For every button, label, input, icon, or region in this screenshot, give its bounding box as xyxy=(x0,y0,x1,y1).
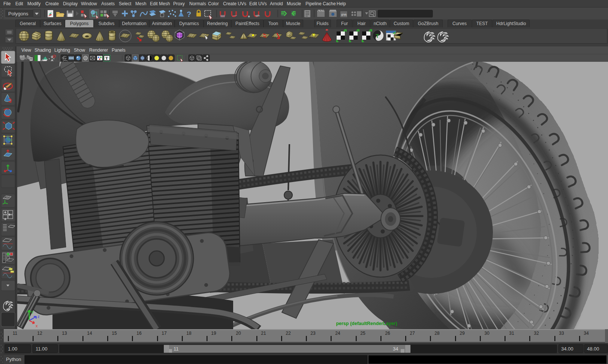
svg-text:21: 21 xyxy=(261,331,266,336)
svg-text:19: 19 xyxy=(211,331,216,336)
svg-text:48.00: 48.00 xyxy=(587,346,599,352)
svg-text:23: 23 xyxy=(310,331,316,336)
svg-text:14: 14 xyxy=(87,331,92,336)
svg-text:y: y xyxy=(31,309,34,314)
svg-text:x: x xyxy=(36,324,38,328)
svg-text:34: 34 xyxy=(584,331,589,336)
svg-text:32: 32 xyxy=(534,331,539,336)
svg-text:25: 25 xyxy=(360,331,365,336)
svg-text:24: 24 xyxy=(335,331,340,336)
svg-text:34: 34 xyxy=(393,346,398,352)
svg-text:?: ? xyxy=(187,10,191,18)
svg-text:12: 12 xyxy=(37,331,42,336)
svg-text:33: 33 xyxy=(559,331,564,336)
svg-text:16: 16 xyxy=(136,331,142,336)
svg-text:27: 27 xyxy=(410,331,415,336)
svg-text:18: 18 xyxy=(186,331,192,336)
svg-text:Polygons: Polygons xyxy=(8,11,28,16)
svg-text:20: 20 xyxy=(236,331,241,336)
svg-text:17: 17 xyxy=(162,331,167,336)
svg-text:15: 15 xyxy=(112,331,117,336)
svg-text:T: T xyxy=(376,33,379,39)
svg-text:IPR: IPR xyxy=(341,13,347,17)
svg-text:26: 26 xyxy=(385,331,390,336)
svg-text:persp (defaultRenderLayer): persp (defaultRenderLayer) xyxy=(336,321,397,326)
svg-text:29: 29 xyxy=(460,331,465,336)
svg-text:30: 30 xyxy=(484,331,490,336)
svg-text:z: z xyxy=(37,314,40,319)
svg-text:13: 13 xyxy=(62,331,67,336)
svg-text:28: 28 xyxy=(434,331,440,336)
svg-text:1.00: 1.00 xyxy=(8,346,17,352)
svg-text:22: 22 xyxy=(286,331,291,336)
svg-text:31: 31 xyxy=(509,331,514,336)
svg-text:11: 11 xyxy=(174,346,179,352)
svg-text:11.00: 11.00 xyxy=(36,346,48,352)
svg-text:T: T xyxy=(105,56,108,60)
svg-text:Python: Python xyxy=(6,357,21,362)
svg-text:34.00: 34.00 xyxy=(561,346,574,352)
svg-text:11: 11 xyxy=(13,331,18,336)
